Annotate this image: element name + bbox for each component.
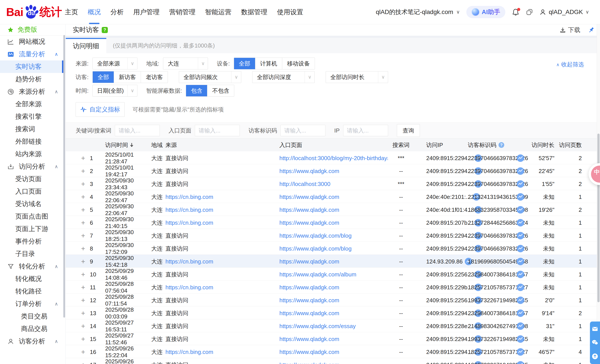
sidebar-item-2[interactable]: 流量分析∧ <box>0 48 66 60</box>
expand-row-icon[interactable]: + <box>81 245 90 252</box>
sidebar-item-25[interactable]: 访客分析∧ <box>0 335 66 347</box>
sidebar-item-9[interactable]: 外部链接 <box>0 135 66 148</box>
trend-icon[interactable] <box>517 219 524 227</box>
sidebar-item-4[interactable]: 趋势分析 <box>0 73 66 85</box>
help-badge[interactable]: ? <box>102 27 108 33</box>
sidebar-item-8[interactable]: 搜索词 <box>0 123 66 135</box>
trend-icon[interactable] <box>517 309 524 317</box>
nav-item-5[interactable]: 营销管理 <box>169 0 196 24</box>
nav-item-4[interactable]: 用户管理 <box>133 0 159 24</box>
expand-row-icon[interactable]: + <box>81 348 90 355</box>
source[interactable]: https://cn.bing.com <box>165 349 279 355</box>
search-input-4[interactable] <box>343 125 388 136</box>
expand-row-icon[interactable]: + <box>81 155 90 162</box>
expand-row-icon[interactable]: + <box>81 336 90 343</box>
user-menu[interactable]: qlAD_ADGK ∨ <box>540 9 589 16</box>
nav-item-6[interactable]: 智能运营 <box>205 0 231 24</box>
trend-icon[interactable] <box>517 193 524 201</box>
entry-page-link[interactable]: https://www.qladgk.com <box>279 194 388 200</box>
expand-row-icon[interactable]: + <box>81 232 90 239</box>
device-option[interactable]: 计算机 <box>255 58 282 69</box>
expand-row-icon[interactable]: + <box>81 271 90 278</box>
trend-icon[interactable] <box>517 245 524 252</box>
trend-icon[interactable] <box>517 206 524 214</box>
entry-page-link[interactable]: https://www.qladgk.com/essay <box>279 323 388 330</box>
wechat-button[interactable] <box>592 339 598 346</box>
expand-row-icon[interactable]: + <box>81 297 90 304</box>
trend-icon[interactable] <box>517 335 524 343</box>
nav-item-2[interactable]: 概况 <box>88 0 101 24</box>
sidebar-item-24[interactable]: 商品交易 <box>0 323 66 335</box>
source[interactable]: https://cn.bing.com <box>165 194 279 200</box>
trend-icon[interactable] <box>517 232 524 239</box>
collapse-filters-link[interactable]: ∧ 收起筛选 <box>556 61 584 68</box>
visitor-option[interactable]: 老访客 <box>141 71 168 83</box>
nav-item-3[interactable]: 分析 <box>111 0 124 24</box>
sidebar-item-21[interactable]: 转化路径 <box>0 285 66 298</box>
sidebar-item-17[interactable]: 事件分析 <box>0 235 66 248</box>
expand-row-icon[interactable]: + <box>81 310 90 317</box>
site-selector[interactable]: qlAD的技术笔记-qladgk.com ∨ <box>376 8 460 16</box>
entry-page-link[interactable]: https://www.qladgk.com/album <box>279 271 388 278</box>
sidebar-item-16[interactable]: 页面上下游 <box>0 223 66 235</box>
trend-icon[interactable] <box>517 155 524 162</box>
entry-page-link[interactable]: https://www.qladgk.com <box>279 297 388 304</box>
expand-row-icon[interactable]: + <box>81 258 90 265</box>
expand-row-icon[interactable]: + <box>81 168 90 174</box>
trend-icon[interactable] <box>517 271 524 278</box>
sidebar-item-1[interactable]: 网站概况 <box>0 36 66 48</box>
entry-page-link[interactable]: https://www.qladgk.com <box>279 207 388 213</box>
expand-row-icon[interactable]: + <box>81 181 90 188</box>
sidebar-scrollbar[interactable] <box>63 35 65 318</box>
sidebar-item-14[interactable]: 受访域名 <box>0 198 66 210</box>
notification-bell-button[interactable] <box>512 8 519 16</box>
sidebar-item-22[interactable]: 订单分析∧ <box>0 298 66 310</box>
expand-row-icon[interactable]: + <box>81 219 90 226</box>
source-select[interactable]: 全部来源 ∨ <box>93 58 137 69</box>
source[interactable]: https://cn.bing.com <box>165 284 279 291</box>
entry-page-link[interactable]: https://www.qladgk.com <box>279 284 388 291</box>
visit-duration-select[interactable]: 全部访问时长 ∨ <box>326 71 388 83</box>
entry-page-link[interactable]: https://www.qladgk.com <box>279 310 388 317</box>
entry-page-link[interactable]: https://www.qladgk.com <box>279 168 388 174</box>
sidebar-item-7[interactable]: 搜索引擎 <box>0 110 66 123</box>
col-header-time[interactable]: 访问时间 <box>105 141 151 149</box>
version-badge[interactable]: 免费版 <box>0 24 66 35</box>
shield-option[interactable]: 不包含 <box>207 85 234 96</box>
sidebar-item-12[interactable]: 受访页面 <box>0 173 66 185</box>
entry-page-link[interactable]: https://www.qladgk.com <box>279 336 388 343</box>
entry-page-link[interactable]: https://www.qladgk.com <box>279 362 388 364</box>
search-input-1[interactable] <box>115 125 160 136</box>
sidebar-item-13[interactable]: 入口页面 <box>0 185 66 198</box>
sidebar-item-18[interactable]: 子目录 <box>0 248 66 260</box>
sidebar-item-5[interactable]: 来源分析∧ <box>0 85 66 98</box>
expand-row-icon[interactable]: + <box>81 206 90 213</box>
entry-page-link[interactable]: https://www.qladgk.com/blog <box>279 245 388 252</box>
entry-page-link[interactable]: https://www.qladgk.com <box>279 219 388 226</box>
tab-visit-detail[interactable]: 访问明细 <box>66 38 106 53</box>
trend-icon[interactable] <box>517 167 524 175</box>
device-option[interactable]: 全部 <box>234 58 255 69</box>
switch-version-button[interactable] <box>526 9 533 16</box>
page-scrollbar-thumb[interactable] <box>597 134 600 302</box>
sidebar-item-10[interactable]: 站内来源 <box>0 148 66 160</box>
expand-row-icon[interactable]: + <box>81 323 90 330</box>
visitor-option[interactable]: 全部 <box>93 71 114 83</box>
help-question-icon[interactable]: ? <box>498 142 504 148</box>
page-scrollbar[interactable] <box>597 24 600 364</box>
entry-page-link[interactable]: http://localhost:3000/blog/my-20th-birth… <box>279 155 388 162</box>
source[interactable]: https://cn.bing.com <box>165 219 279 226</box>
sidebar-item-23[interactable]: 类目交易 <box>0 310 66 323</box>
sidebar-item-6[interactable]: 全部来源 <box>0 98 66 110</box>
ai-assistant-button[interactable]: AI助手 <box>466 6 505 18</box>
trend-icon[interactable] <box>517 361 524 364</box>
nav-item-1[interactable]: 主页 <box>65 0 78 24</box>
trend-icon[interactable] <box>517 322 524 330</box>
expand-row-icon[interactable]: + <box>81 361 90 364</box>
trend-icon[interactable] <box>517 284 524 291</box>
nav-item-8[interactable]: 使用设置 <box>277 0 303 24</box>
sidebar-item-19[interactable]: 转化分析∧ <box>0 260 66 273</box>
nav-item-7[interactable]: 数据管理 <box>241 0 267 24</box>
back-to-top-button[interactable] <box>592 353 598 360</box>
expand-row-icon[interactable]: + <box>81 284 90 291</box>
